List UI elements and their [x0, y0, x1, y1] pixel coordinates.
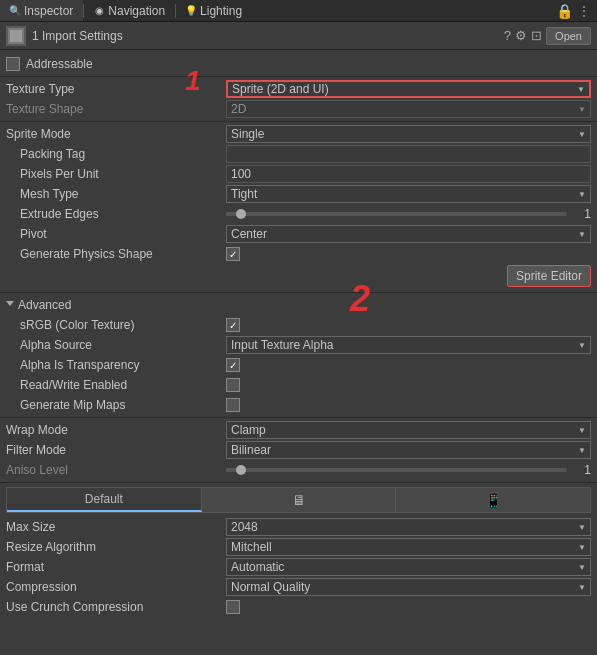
alpha-source-dropdown[interactable]: Input Texture Alpha ▼	[226, 336, 591, 354]
read-write-checkbox-wrap	[226, 378, 591, 392]
inspector-icon: 🔍	[10, 6, 20, 16]
texture-type-dropdown[interactable]: Sprite (2D and UI) ▼	[226, 80, 591, 98]
platform-tab-android[interactable]: 📱	[396, 488, 590, 512]
resize-algorithm-dropdown[interactable]: Mitchell ▼	[226, 538, 591, 556]
extrude-edges-thumb[interactable]	[236, 209, 246, 219]
mesh-type-arrow: ▼	[578, 190, 586, 199]
srgb-label: sRGB (Color Texture)	[6, 318, 226, 332]
filter-mode-label: Filter Mode	[6, 443, 226, 457]
wrap-mode-arrow: ▼	[578, 426, 586, 435]
compression-label: Compression	[6, 580, 226, 594]
separator-4	[0, 417, 597, 418]
settings-icon[interactable]: ⚙	[515, 28, 527, 43]
alpha-source-label: Alpha Source	[6, 338, 226, 352]
alpha-transparency-value: ✓	[226, 358, 591, 372]
generate-physics-label: Generate Physics Shape	[6, 247, 226, 261]
mip-maps-value	[226, 398, 591, 412]
max-size-row: Max Size 2048 ▼	[0, 517, 597, 537]
platform-tabs: Default 🖥 📱	[6, 487, 591, 513]
wrap-mode-dropdown[interactable]: Clamp ▼	[226, 421, 591, 439]
generate-physics-checkbox[interactable]: ✓	[226, 247, 240, 261]
packing-tag-value	[226, 145, 591, 163]
tab-bar: 🔍 Inspector ◉ Navigation 💡 Lighting 🔒 ⋮	[0, 0, 597, 22]
aniso-level-thumb[interactable]	[236, 465, 246, 475]
aniso-level-row: Aniso Level 1	[0, 460, 597, 480]
crunch-compression-label: Use Crunch Compression	[6, 600, 226, 614]
lighting-icon: 💡	[186, 6, 196, 16]
format-value: Automatic ▼	[226, 558, 591, 576]
mip-maps-label: Generate Mip Maps	[6, 398, 226, 412]
advanced-label: Advanced	[18, 298, 71, 312]
filter-mode-dropdown[interactable]: Bilinear ▼	[226, 441, 591, 459]
resize-algorithm-arrow: ▼	[578, 543, 586, 552]
separator-1	[0, 76, 597, 77]
max-size-arrow: ▼	[578, 523, 586, 532]
sprite-mode-row: Sprite Mode Single ▼	[0, 124, 597, 144]
read-write-value	[226, 378, 591, 392]
texture-type-value: Sprite (2D and UI) ▼	[226, 80, 591, 98]
resize-algorithm-value: Mitchell ▼	[226, 538, 591, 556]
lock-icon[interactable]: 🔒	[556, 3, 573, 19]
crunch-compression-row: Use Crunch Compression	[0, 597, 597, 617]
format-dropdown[interactable]: Automatic ▼	[226, 558, 591, 576]
filter-mode-value: Bilinear ▼	[226, 441, 591, 459]
texture-type-arrow: ▼	[577, 85, 585, 94]
texture-shape-dropdown[interactable]: 2D ▼	[226, 100, 591, 118]
tab-lighting[interactable]: 💡 Lighting	[176, 0, 252, 21]
layout-icon[interactable]: ⊡	[531, 28, 542, 43]
tab-lighting-label: Lighting	[200, 4, 242, 18]
platform-tab-desktop[interactable]: 🖥	[202, 488, 397, 512]
extrude-edges-slider-wrap: 1	[226, 207, 591, 221]
pixels-per-unit-input[interactable]	[226, 165, 591, 183]
wrap-mode-value: Clamp ▼	[226, 421, 591, 439]
header-actions: ? ⚙ ⊡ Open	[504, 27, 591, 45]
max-size-dropdown[interactable]: 2048 ▼	[226, 518, 591, 536]
alpha-source-value: Input Texture Alpha ▼	[226, 336, 591, 354]
advanced-triangle[interactable]	[6, 301, 14, 310]
aniso-level-slider[interactable]	[226, 468, 567, 472]
crunch-compression-checkbox[interactable]	[226, 600, 240, 614]
aniso-level-slider-wrap: 1	[226, 463, 591, 477]
read-write-checkbox[interactable]	[226, 378, 240, 392]
pixels-per-unit-row: Pixels Per Unit	[0, 164, 597, 184]
asset-icon	[6, 26, 26, 46]
mesh-type-dropdown[interactable]: Tight ▼	[226, 185, 591, 203]
alpha-transparency-row: Alpha Is Transparency ✓	[0, 355, 597, 375]
tab-inspector[interactable]: 🔍 Inspector	[0, 0, 83, 21]
texture-shape-row: Texture Shape 2D ▼	[0, 99, 597, 119]
navigation-icon: ◉	[94, 6, 104, 16]
generate-physics-checkbox-wrap: ✓	[226, 247, 591, 261]
extrude-edges-slider[interactable]	[226, 212, 567, 216]
wrap-mode-label: Wrap Mode	[6, 423, 226, 437]
alpha-source-row: Alpha Source Input Texture Alpha ▼	[0, 335, 597, 355]
tab-navigation-label: Navigation	[108, 4, 165, 18]
more-icon[interactable]: ⋮	[577, 3, 591, 19]
format-arrow: ▼	[578, 563, 586, 572]
alpha-transparency-label: Alpha Is Transparency	[6, 358, 226, 372]
sprite-editor-button[interactable]: Sprite Editor	[507, 265, 591, 287]
default-platform-label: Default	[85, 492, 123, 506]
generate-physics-row: Generate Physics Shape ✓	[0, 244, 597, 264]
packing-tag-input[interactable]	[226, 145, 591, 163]
read-write-label: Read/Write Enabled	[6, 378, 226, 392]
pivot-dropdown[interactable]: Center ▼	[226, 225, 591, 243]
compression-dropdown[interactable]: Normal Quality ▼	[226, 578, 591, 596]
resize-algorithm-label: Resize Algorithm	[6, 540, 226, 554]
format-label: Format	[6, 560, 226, 574]
open-button[interactable]: Open	[546, 27, 591, 45]
generate-physics-value: ✓	[226, 247, 591, 261]
format-row: Format Automatic ▼	[0, 557, 597, 577]
mip-maps-checkbox[interactable]	[226, 398, 240, 412]
help-icon[interactable]: ?	[504, 28, 511, 43]
platform-tab-default[interactable]: Default	[7, 488, 202, 512]
sprite-mode-dropdown[interactable]: Single ▼	[226, 125, 591, 143]
texture-shape-label: Texture Shape	[6, 102, 226, 116]
texture-shape-value: 2D ▼	[226, 100, 591, 118]
sprite-editor-row: Sprite Editor	[0, 264, 597, 288]
srgb-checkbox[interactable]: ✓	[226, 318, 240, 332]
pivot-value: Center ▼	[226, 225, 591, 243]
alpha-transparency-checkbox[interactable]: ✓	[226, 358, 240, 372]
addressable-checkbox[interactable]	[6, 57, 20, 71]
tab-navigation[interactable]: ◉ Navigation	[84, 0, 175, 21]
filter-mode-row: Filter Mode Bilinear ▼	[0, 440, 597, 460]
